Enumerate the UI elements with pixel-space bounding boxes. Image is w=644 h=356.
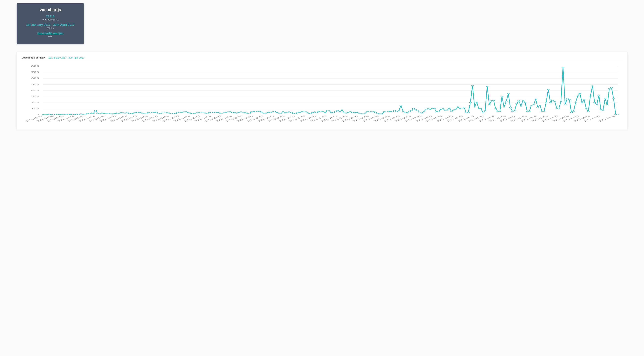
svg-point-169 [360, 113, 362, 114]
svg-point-130 [278, 113, 280, 113]
svg-point-47 [103, 113, 105, 114]
svg-point-79 [170, 113, 172, 114]
link-label: LINK [20, 36, 80, 38]
svg-point-132 [282, 112, 284, 112]
svg-point-260 [552, 100, 554, 100]
svg-point-208 [442, 108, 444, 109]
svg-point-36 [80, 114, 82, 114]
svg-point-261 [554, 101, 556, 102]
downloads-line-chart: 01002003004005006007008002016-08-012016-… [22, 64, 622, 125]
svg-point-271 [574, 102, 577, 102]
svg-point-37 [82, 114, 84, 114]
svg-point-250 [530, 105, 532, 106]
package-title: vue-chartjs [20, 8, 80, 12]
svg-point-202 [429, 109, 432, 109]
svg-text:200: 200 [31, 102, 39, 104]
svg-point-67 [145, 113, 147, 114]
svg-point-199 [423, 111, 425, 112]
svg-point-131 [280, 113, 282, 114]
svg-point-239 [507, 93, 509, 94]
svg-point-41 [90, 113, 92, 113]
svg-point-234 [497, 111, 499, 112]
svg-point-255 [541, 111, 543, 112]
svg-point-277 [587, 111, 590, 112]
svg-point-265 [562, 67, 564, 68]
svg-point-45 [99, 113, 101, 114]
svg-point-51 [111, 114, 114, 114]
svg-text:600: 600 [31, 78, 39, 79]
svg-point-25 [57, 114, 59, 115]
svg-point-247 [524, 102, 526, 103]
svg-point-240 [509, 107, 512, 108]
svg-point-149 [318, 111, 320, 112]
svg-point-269 [570, 112, 572, 113]
svg-point-31 [69, 114, 72, 114]
svg-text:300: 300 [31, 96, 39, 98]
svg-point-191 [406, 112, 408, 113]
svg-point-176 [374, 112, 377, 113]
period-value: 1st January 2017 - 30th April 2017 [20, 23, 80, 27]
svg-point-59 [128, 113, 130, 114]
svg-text:800: 800 [31, 65, 39, 67]
svg-point-276 [585, 108, 587, 108]
svg-point-144 [307, 113, 310, 113]
summary-card: vue-chartjs 21116 TOTAL DOWNLOADS 1st Ja… [17, 3, 84, 44]
svg-point-80 [172, 113, 174, 114]
svg-point-56 [122, 112, 124, 113]
svg-point-291 [617, 114, 619, 115]
svg-point-238 [505, 101, 507, 102]
svg-point-259 [550, 102, 552, 103]
chart-card: Downloads per Day 1st January 2017 - 30t… [17, 52, 627, 130]
svg-point-163 [347, 112, 349, 112]
svg-point-116 [248, 113, 250, 114]
svg-text:100: 100 [31, 108, 39, 110]
svg-point-257 [545, 102, 547, 103]
svg-point-194 [412, 108, 414, 109]
svg-point-175 [372, 112, 375, 112]
svg-point-159 [339, 112, 341, 112]
svg-point-111 [238, 112, 240, 112]
svg-point-290 [615, 114, 617, 114]
svg-point-164 [349, 112, 352, 112]
svg-point-195 [414, 109, 417, 110]
svg-point-182 [387, 111, 390, 112]
svg-point-284 [602, 110, 604, 111]
svg-point-55 [120, 112, 122, 113]
svg-point-103 [221, 113, 223, 114]
svg-point-286 [606, 104, 608, 105]
svg-point-82 [176, 112, 179, 113]
svg-point-69 [149, 112, 152, 113]
svg-point-237 [503, 107, 505, 107]
svg-point-99 [212, 112, 215, 113]
svg-point-273 [579, 93, 581, 94]
svg-text:500: 500 [31, 84, 39, 85]
svg-point-232 [492, 100, 495, 100]
svg-point-115 [246, 113, 248, 113]
svg-point-154 [328, 110, 330, 111]
svg-point-134 [286, 112, 288, 113]
total-downloads-value: 21116 [20, 15, 80, 18]
svg-point-44 [96, 113, 99, 114]
svg-point-100 [214, 112, 217, 113]
chart-title: Downloads per Day [22, 56, 45, 59]
svg-point-33 [74, 114, 76, 115]
npm-link[interactable]: vue-chartjs on npm [37, 32, 64, 35]
svg-point-102 [219, 113, 221, 113]
svg-point-147 [314, 112, 316, 112]
svg-point-61 [132, 113, 135, 113]
svg-point-19 [44, 114, 46, 115]
svg-point-174 [370, 112, 372, 112]
svg-point-221 [469, 102, 472, 103]
svg-point-188 [400, 105, 402, 106]
svg-point-220 [467, 112, 470, 113]
svg-point-249 [528, 111, 530, 112]
svg-point-94 [202, 112, 204, 113]
svg-point-75 [162, 112, 164, 113]
svg-point-266 [564, 104, 566, 105]
svg-point-196 [417, 110, 419, 111]
svg-point-70 [152, 112, 154, 113]
period-label: PERIOD [20, 27, 80, 29]
svg-point-229 [486, 86, 488, 86]
svg-point-252 [535, 99, 537, 100]
svg-point-77 [166, 112, 168, 113]
